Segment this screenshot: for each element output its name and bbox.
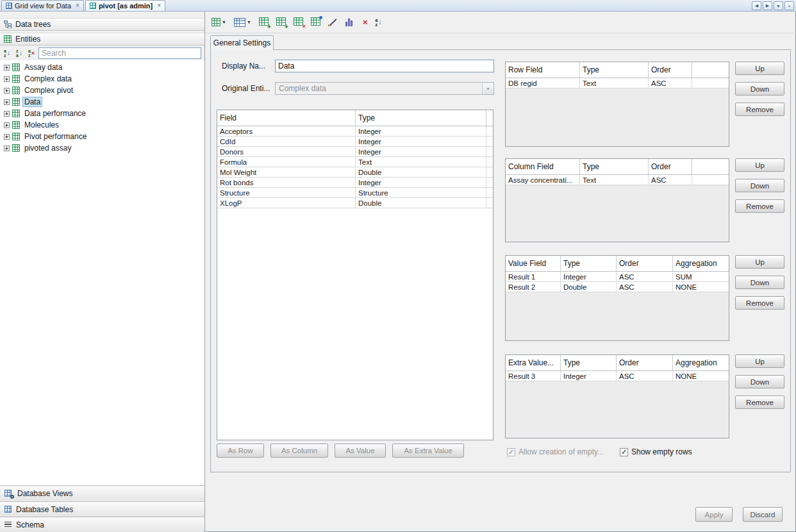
column-header-order[interactable]: Order (649, 159, 692, 174)
table-row[interactable]: XLogP Double (217, 198, 493, 208)
expand-icon[interactable] (4, 88, 10, 94)
scroll-tabs-right-button[interactable]: ▶ (763, 1, 772, 10)
value-panel-up-button[interactable]: Up (735, 255, 784, 269)
expand-icon[interactable] (4, 145, 10, 151)
expand-icon[interactable] (4, 76, 10, 82)
column-header-type[interactable]: Type (561, 355, 617, 370)
discard-button[interactable]: Discard (743, 507, 783, 522)
table-row[interactable]: Rot bonds Integer (217, 178, 493, 188)
extra-panel-remove-button[interactable]: Remove (735, 395, 784, 409)
clear-sort-button[interactable]: az × (26, 48, 37, 58)
row-panel-up-button[interactable]: Up (735, 62, 784, 75)
expand-icon[interactable] (4, 122, 10, 128)
data-trees-header[interactable]: Data trees (0, 18, 204, 31)
expand-icon[interactable] (4, 99, 10, 105)
tab-grid-view-for-data[interactable]: Grid view for Data × (1, 0, 84, 11)
tree-item-data-performance[interactable]: Data performance (0, 108, 204, 119)
add-row-field-button[interactable]: + (258, 15, 270, 29)
remove-field-button[interactable]: × (292, 15, 304, 29)
sort-descending-button[interactable]: za ↓ (14, 48, 24, 58)
extra-panel-up-button[interactable]: Up (735, 354, 784, 368)
column-header-type[interactable]: Type (561, 256, 617, 271)
entities-header[interactable]: Entities (0, 33, 204, 46)
table-row[interactable]: Donors Integer (217, 147, 493, 157)
tree-item-assay-data[interactable]: Assay data (0, 62, 204, 73)
draw-structure-button[interactable] (327, 15, 339, 29)
expand-icon[interactable] (4, 134, 10, 140)
table-row[interactable]: DB regid Text ASC (506, 78, 729, 88)
table-row[interactable]: CdId Integer (217, 137, 493, 147)
row-panel-remove-button[interactable]: Remove (735, 103, 784, 116)
tree-item-complex-data[interactable]: Complex data (0, 73, 204, 85)
extra-panel-down-button[interactable]: Down (735, 375, 784, 388)
database-views-section[interactable]: Database Views (0, 485, 204, 501)
original-entity-dropdown[interactable]: Complex data ▼ (275, 82, 494, 95)
dropdown-arrow-icon: ▼ (482, 83, 493, 94)
schema-section[interactable]: Schema (0, 517, 204, 532)
tab-list-dropdown-button[interactable]: ▼ (774, 1, 783, 10)
tree-item-molecules[interactable]: Molecules (0, 119, 204, 131)
table-properties-button[interactable] (310, 15, 322, 29)
table-row[interactable]: Assay concentrati... Text ASC (506, 175, 729, 185)
column-header-type[interactable]: Type (356, 110, 486, 126)
dot-indicator-icon (319, 16, 322, 19)
as-column-button[interactable]: As Column (270, 444, 328, 458)
sort-button[interactable]: az ↓ (374, 15, 383, 29)
row-panel-down-button[interactable]: Down (735, 82, 784, 96)
row-fields-table: Row Field Type Order DB regid Text ASC (505, 62, 729, 147)
as-row-button[interactable]: As Row (217, 444, 264, 458)
column-header-order[interactable]: Order (617, 355, 673, 370)
table-row[interactable]: Result 2 Double ASC NONE (506, 282, 729, 292)
column-header-order[interactable]: Order (617, 256, 673, 271)
column-header-type[interactable]: Type (580, 159, 649, 174)
add-column-field-button[interactable]: + (275, 15, 287, 29)
expand-icon[interactable] (4, 111, 10, 117)
pivot-settings-button[interactable]: ▼ (210, 15, 228, 29)
table-row[interactable]: Result 1 Integer ASC SUM (506, 272, 729, 282)
database-tables-section[interactable]: Database Tables (0, 501, 204, 517)
column-panel-down-button[interactable]: Down (735, 179, 784, 192)
entity-icon (12, 87, 20, 94)
sort-ascending-button[interactable]: az ↓ (2, 48, 12, 58)
column-header-value-field[interactable]: Value Field (506, 256, 561, 271)
as-value-button[interactable]: As Value (335, 444, 386, 458)
view-mode-button[interactable]: ▼ (233, 15, 253, 29)
tree-item-pivot-performance[interactable]: Pivot performance (0, 131, 204, 142)
table-row[interactable]: Mol Weight Double (217, 167, 493, 178)
table-row[interactable]: Structure Structure (217, 188, 493, 198)
as-extra-value-button[interactable]: As Extra Value (392, 444, 464, 458)
column-header-order[interactable]: Order (649, 62, 692, 78)
column-header-aggregation[interactable]: Aggregation (673, 355, 729, 370)
allow-empty-checkbox[interactable]: ✓ Allow creation of empty... (507, 447, 604, 456)
close-tab-icon[interactable]: × (76, 3, 79, 9)
tree-item-pivoted-assay[interactable]: pivoted assay (0, 142, 204, 154)
tree-item-complex-pivot[interactable]: Complex pivot (0, 85, 204, 96)
column-header-column-field[interactable]: Column Field (506, 159, 580, 174)
column-panel-up-button[interactable]: Up (735, 158, 784, 172)
delete-pivot-button[interactable]: × (361, 15, 369, 29)
close-tab-icon[interactable]: × (157, 3, 161, 9)
column-panel-remove-button[interactable]: Remove (735, 199, 784, 213)
chart-button[interactable] (344, 15, 356, 29)
column-header-aggregation[interactable]: Aggregation (673, 256, 729, 271)
column-header-type[interactable]: Type (580, 62, 649, 78)
column-header-extra-value-field[interactable]: Extra Value... (506, 355, 561, 370)
value-panel-down-button[interactable]: Down (735, 276, 784, 289)
table-row[interactable]: Result 3 Integer ASC NONE (506, 371, 729, 381)
tree-item-data-selected[interactable]: Data (0, 96, 204, 108)
search-input[interactable] (38, 47, 201, 59)
close-all-tabs-button[interactable]: × (784, 1, 794, 10)
tab-pivot-as-admin[interactable]: pivot [as admin] × (85, 0, 165, 11)
scroll-tabs-left-button[interactable]: ◀ (752, 1, 761, 10)
display-name-input[interactable] (275, 60, 494, 72)
tab-general-settings[interactable]: General Settings (210, 35, 274, 50)
column-header-row-field[interactable]: Row Field (506, 62, 580, 78)
column-header-field[interactable]: Field (217, 110, 356, 126)
table-row[interactable]: Acceptors Integer (217, 126, 493, 137)
apply-button[interactable]: Apply (695, 507, 733, 522)
show-empty-rows-checkbox[interactable]: ✓ Show empty rows (620, 447, 692, 456)
expand-icon[interactable] (4, 65, 10, 71)
value-panel-remove-button[interactable]: Remove (735, 296, 784, 310)
sidebar: Data trees Entities az ↓ za ↓ az × (0, 12, 205, 532)
table-row[interactable]: Formula Text (217, 157, 493, 167)
